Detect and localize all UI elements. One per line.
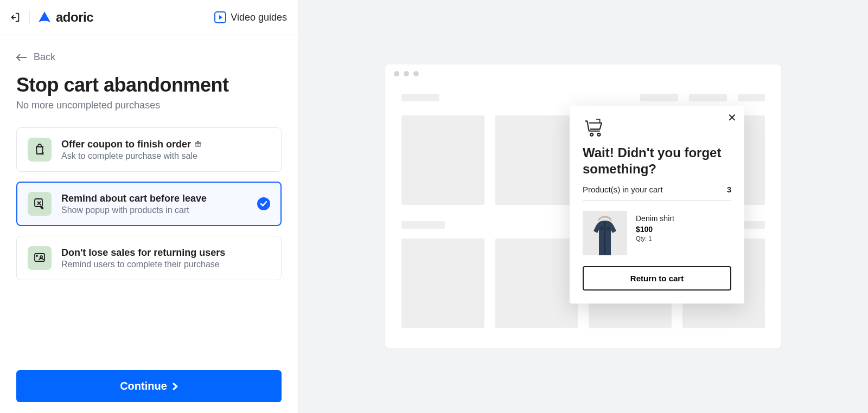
product-name: Denim shirt — [636, 214, 674, 223]
placeholder — [401, 94, 439, 101]
preview-panel: ✕ Wait! Didn't you forget something? Pro… — [298, 0, 868, 413]
option-desc: Show popup with products in cart — [61, 205, 247, 215]
option-desc: Ask to complete purchase with sale — [61, 151, 270, 161]
close-icon[interactable]: ✕ — [727, 112, 737, 123]
chevron-right-icon — [173, 383, 178, 390]
video-guides-button[interactable]: Video guides — [214, 11, 287, 23]
return-to-cart-button[interactable]: Return to cart — [583, 266, 731, 291]
left-panel: adoric Video guides Back Stop cart aband… — [0, 0, 298, 413]
placeholder — [495, 238, 578, 328]
svg-point-7 — [598, 133, 601, 136]
preview-browser: ✕ Wait! Didn't you forget something? Pro… — [385, 64, 781, 349]
browser-chrome — [385, 64, 781, 83]
video-guides-label: Video guides — [231, 12, 287, 23]
brand-name: adoric — [56, 10, 93, 25]
top-bar: adoric Video guides — [0, 0, 298, 35]
brand-logo[interactable]: adoric — [37, 10, 93, 25]
content-area: Back Stop cart abandonment No more uncom… — [0, 35, 298, 413]
selected-check-icon — [257, 197, 270, 210]
window-dot — [394, 71, 399, 76]
placeholder — [401, 238, 484, 328]
exit-intent-popup: ✕ Wait! Didn't you forget something? Pro… — [570, 106, 744, 304]
placeholder — [401, 221, 445, 229]
svg-rect-10 — [607, 227, 610, 230]
placeholder — [401, 115, 484, 205]
bag-discount-icon — [28, 138, 52, 162]
cart-count-value: 3 — [727, 185, 731, 194]
option-returning-users[interactable]: Don't lose sales for returning users Rem… — [16, 236, 282, 280]
exit-icon — [9, 11, 21, 23]
window-dot — [413, 71, 419, 76]
option-offer-coupon[interactable]: Offer coupon to finish order Ask to comp… — [16, 127, 282, 172]
svg-point-4 — [40, 256, 42, 258]
svg-point-6 — [590, 133, 593, 136]
cart-count-row: Product(s) in your cart 3 — [583, 185, 731, 201]
play-icon — [214, 11, 226, 23]
logo-mark-icon — [37, 10, 52, 24]
page-title: Stop cart abandonment — [16, 74, 282, 96]
exit-button[interactable] — [9, 11, 21, 23]
placeholder — [689, 94, 727, 101]
product-row: Denim shirt $100 Qty: 1 — [583, 211, 731, 255]
back-button[interactable]: Back — [16, 51, 282, 63]
option-body: Offer coupon to finish order Ask to comp… — [61, 139, 270, 161]
option-body: Remind about cart before leave Show popu… — [61, 193, 247, 215]
product-image — [583, 211, 627, 255]
option-remind-before-leave[interactable]: Remind about cart before leave Show popu… — [16, 182, 282, 226]
cart-count-label: Product(s) in your cart — [583, 185, 663, 194]
option-body: Don't lose sales for returning users Rem… — [61, 247, 270, 269]
svg-point-5 — [36, 255, 37, 256]
placeholder — [495, 115, 578, 205]
divider — [29, 10, 30, 24]
continue-button[interactable]: Continue — [16, 370, 282, 402]
continue-label: Continue — [120, 380, 167, 392]
product-info: Denim shirt $100 Qty: 1 — [636, 211, 674, 242]
preview-site: ✕ Wait! Didn't you forget something? Pro… — [385, 83, 781, 349]
back-label: Back — [34, 51, 55, 63]
arrow-left-icon — [16, 54, 27, 61]
placeholder — [640, 94, 678, 101]
window-dot — [404, 71, 409, 76]
option-title: Don't lose sales for returning users — [61, 247, 225, 259]
option-title: Remind about cart before leave — [61, 193, 207, 204]
cart-icon — [583, 117, 731, 138]
option-title: Offer coupon to finish order — [61, 139, 191, 150]
popup-heading: Wait! Didn't you forget something? — [583, 145, 731, 177]
product-price: $100 — [636, 225, 674, 234]
svg-rect-9 — [600, 227, 603, 230]
returning-user-icon — [28, 246, 52, 270]
exit-intent-icon — [28, 192, 52, 216]
product-qty: Qty: 1 — [636, 235, 674, 242]
placeholder — [738, 94, 765, 101]
option-desc: Remind users to complete their purchase — [61, 260, 270, 269]
gift-icon — [194, 140, 202, 149]
page-subtitle: No more uncompleted purchases — [16, 100, 282, 111]
